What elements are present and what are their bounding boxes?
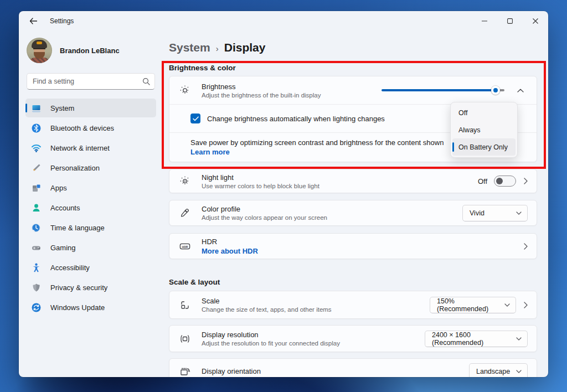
chevron-down-icon — [504, 303, 510, 307]
minimize-button[interactable] — [472, 11, 497, 31]
night-light-subtitle: Use warmer colors to help block blue lig… — [202, 183, 319, 189]
auto-brightness-checkbox[interactable] — [190, 114, 200, 123]
sidebar-item-accessibility[interactable]: Accessibility — [25, 258, 156, 277]
more-about-hdr-link[interactable]: More about HDR — [202, 247, 258, 255]
sidebar-item-label: Bluetooth & devices — [50, 124, 114, 132]
titlebar: Settings — [19, 11, 548, 31]
flyout-option-off[interactable]: Off — [452, 104, 516, 121]
sidebar-item-time-language[interactable]: Time & language — [25, 218, 156, 237]
chevron-right-icon — [524, 178, 528, 184]
sidebar-item-network[interactable]: Network & internet — [25, 138, 156, 157]
hdr-title: HDR — [202, 238, 258, 246]
color-profile-card: Color profile Adjust the way colors appe… — [169, 200, 537, 226]
sidebar-item-accounts[interactable]: Accounts — [25, 198, 156, 217]
night-light-state-label: Off — [478, 177, 487, 185]
color-profile-title: Color profile — [202, 205, 327, 213]
search-box[interactable] — [27, 73, 155, 90]
sidebar-item-label: Network & internet — [50, 144, 110, 152]
hdr-chevron[interactable] — [524, 243, 528, 250]
breadcrumb: System › Display — [169, 41, 537, 54]
sidebar-item-label: Apps — [50, 184, 67, 192]
resolution-icon — [179, 333, 190, 344]
user-name: Brandon LeBlanc — [60, 47, 120, 55]
brightness-sun-icon — [179, 85, 190, 96]
orientation-card: Display orientation Landscape — [169, 358, 537, 377]
sidebar-item-personalization[interactable]: Personalization — [25, 158, 156, 177]
system-icon — [31, 103, 42, 114]
maximize-button[interactable] — [497, 11, 523, 31]
sidebar-item-apps[interactable]: Apps — [25, 178, 156, 197]
settings-window: Settings Brandon LeBlanc — [19, 11, 548, 377]
resolution-value: 2400 × 1600 (Recommended) — [432, 331, 511, 347]
color-profile-subtitle: Adjust the way colors appear on your scr… — [202, 214, 327, 221]
orientation-value: Landscape — [476, 368, 510, 375]
flyout-option-label: On Battery Only — [458, 143, 508, 151]
chevron-down-icon — [516, 212, 522, 215]
breadcrumb-parent[interactable]: System — [169, 41, 210, 54]
night-light-card[interactable]: Night light Use warmer colors to help bl… — [169, 169, 537, 193]
color-profile-value: Vivid — [470, 209, 484, 217]
close-icon — [533, 18, 538, 24]
sidebar-item-windows-update[interactable]: Windows Update — [25, 298, 156, 317]
sidebar-nav: System Bluetooth & devices Network & int… — [19, 99, 163, 317]
slider-track[interactable] — [382, 89, 504, 91]
hdr-card[interactable]: HDR HDR More about HDR — [169, 233, 537, 259]
night-light-toggle[interactable] — [494, 176, 516, 187]
sidebar-item-label: Gaming — [50, 244, 76, 252]
brightness-collapse-button[interactable] — [513, 83, 528, 97]
chevron-up-icon — [517, 89, 524, 92]
close-button[interactable] — [523, 11, 548, 31]
chevron-right-icon — [524, 302, 528, 308]
flyout-option-always[interactable]: Always — [452, 121, 516, 138]
accessibility-person-icon — [31, 262, 42, 273]
scale-card[interactable]: Scale Change the size of text, apps, and… — [169, 291, 537, 319]
scale-select[interactable]: 150% (Recommended) — [430, 297, 516, 313]
caption-buttons — [472, 11, 548, 31]
brightness-slider[interactable] — [382, 86, 504, 95]
save-power-text: Save power by optimizing screen contrast… — [190, 138, 444, 147]
svg-text:HDR: HDR — [182, 245, 188, 248]
slider-thumb[interactable] — [491, 86, 500, 95]
flyout-option-label: Off — [458, 109, 467, 117]
sidebar-item-label: Personalization — [50, 164, 100, 172]
brightness-row[interactable]: Brightness Adjust the brightness of the … — [169, 76, 537, 104]
brush-icon — [31, 163, 42, 173]
checkmark-icon — [193, 116, 199, 121]
night-light-chevron[interactable] — [524, 178, 528, 184]
orientation-select[interactable]: Landscape — [469, 363, 528, 378]
sidebar-item-label: Accessibility — [50, 264, 90, 272]
hdr-icon: HDR — [179, 241, 190, 252]
resolution-title: Display resolution — [202, 331, 340, 339]
page-title: Display — [224, 41, 266, 54]
orientation-icon — [179, 366, 190, 377]
sidebar-item-bluetooth[interactable]: Bluetooth & devices — [25, 118, 156, 137]
orientation-title: Display orientation — [202, 367, 261, 375]
auto-brightness-label: Change brightness automatically when lig… — [207, 115, 385, 123]
chevron-down-icon — [516, 370, 522, 373]
wifi-icon — [31, 143, 42, 153]
brightness-title: Brightness — [202, 82, 321, 91]
bluetooth-icon — [31, 123, 42, 133]
search-input[interactable] — [33, 78, 142, 85]
color-profile-dropper-icon — [179, 208, 190, 219]
sidebar-item-gaming[interactable]: Gaming — [25, 238, 156, 257]
color-profile-select[interactable]: Vivid — [462, 205, 528, 221]
learn-more-link[interactable]: Learn more — [190, 148, 444, 156]
back-button[interactable] — [24, 14, 42, 28]
chevron-down-icon — [516, 337, 522, 341]
resolution-select[interactable]: 2400 × 1600 (Recommended) — [425, 331, 528, 347]
user-profile[interactable]: Brandon LeBlanc — [19, 31, 163, 63]
minimize-icon — [482, 18, 487, 24]
scale-chevron[interactable] — [524, 302, 528, 308]
sidebar-item-system[interactable]: System — [25, 99, 156, 117]
section-header-brightness: Brightness & color — [169, 64, 537, 72]
window-title: Settings — [50, 17, 74, 25]
scale-title: Scale — [202, 297, 332, 305]
clock-icon — [31, 223, 42, 233]
apps-icon — [31, 183, 42, 193]
sidebar-item-privacy[interactable]: Privacy & security — [25, 278, 156, 297]
shield-icon — [31, 282, 42, 293]
sidebar-item-label: Time & language — [50, 224, 105, 232]
flyout-option-on-battery-only[interactable]: On Battery Only — [452, 138, 516, 156]
flyout-option-label: Always — [458, 126, 481, 134]
